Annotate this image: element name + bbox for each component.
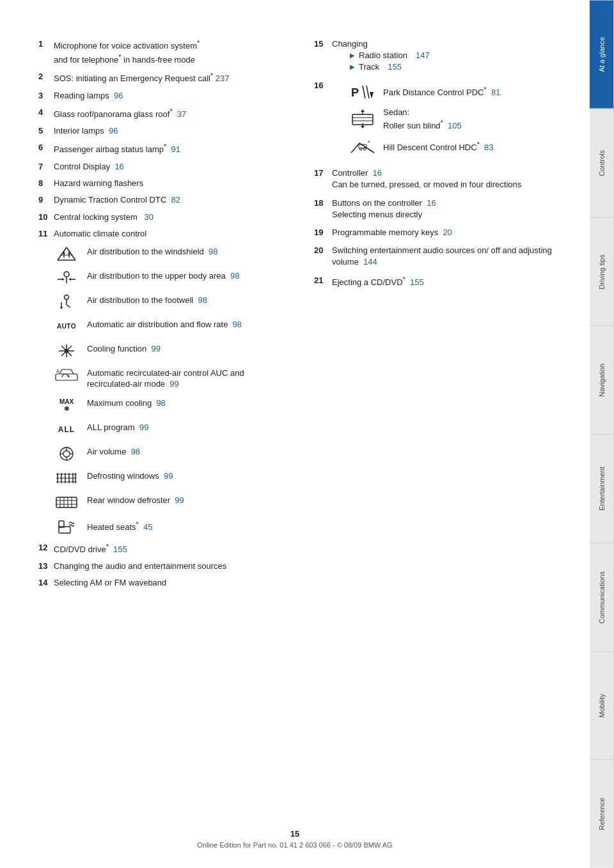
svg-line-52 [363,86,365,98]
svg-marker-18 [60,307,63,309]
hdc-text: Hill Descent Control HDC* 83 [383,140,494,154]
page-ref[interactable]: 98 [209,247,217,256]
list-item: 1 Microphone for voice activation system… [38,38,288,66]
item-text: Interior lamps 96 [54,125,288,137]
sidebar: At a glance Controls Driving tips Naviga… [590,0,614,868]
page-ref[interactable]: 99 [169,379,178,389]
item-text: Reading lamps 96 [54,90,288,102]
svg-marker-61 [361,109,365,112]
defrost-text: Defrosting windows 99 [87,469,173,482]
svg-marker-13 [68,278,71,281]
page-ref[interactable]: 96 [109,126,118,136]
page-ref[interactable]: 20 [443,228,452,237]
icon-row: Sedan:Roller sun blind* 105 [350,107,564,132]
page-ref[interactable]: 83 [484,143,493,152]
item-number: 7 [38,161,54,173]
page-ref[interactable]: 144 [363,257,377,267]
sidebar-tab-entertainment[interactable]: Entertainment [590,434,614,543]
indent-text: ▶ Radio station 147 [350,50,564,61]
sidebar-tab-mobility[interactable]: Mobility [590,651,614,760]
svg-point-28 [63,451,70,457]
page-ref[interactable]: 96 [114,91,123,100]
climate-row: MAX❄ Maximum cooling 98 [54,396,288,414]
svg-marker-59 [361,126,365,128]
item-text: Programmable memory keys 20 [332,227,564,238]
page-ref[interactable]: 98 [230,271,239,281]
item-number: 9 [38,194,54,206]
page-ref[interactable]: 98 [156,398,165,408]
right-item: 18 Buttons on the controller 16Selecting… [314,198,564,221]
page-ref[interactable]: 81 [491,88,500,97]
climate-row: Air distribution to the upper body area … [54,269,288,287]
roller-blind-icon [350,109,375,128]
page-ref[interactable]: 82 [171,195,180,205]
page-ref[interactable]: 99 [175,495,184,505]
page-ref[interactable]: 237 [216,74,230,83]
page-ref[interactable]: 98 [131,447,140,456]
item-number: 4 [38,107,54,121]
svg-marker-11 [62,278,65,281]
all-text: ALL program 99 [87,421,148,433]
svg-point-14 [65,295,69,299]
page-ref[interactable]: 91 [171,145,180,155]
item-text: Dynamic Traction Control DTC 82 [54,194,288,206]
page-ref[interactable]: 99 [151,344,160,353]
sidebar-tab-controls[interactable]: Controls [590,109,614,217]
climate-row: Air distribution to the windshield 98 [54,245,288,263]
sidebar-tab-reference[interactable]: Reference [590,759,614,868]
page-ref[interactable]: 16 [114,162,123,171]
page-ref[interactable]: 105 [448,121,462,130]
sidebar-tab-driving-tips[interactable]: Driving tips [590,217,614,326]
page-ref[interactable]: 99 [164,471,173,481]
item-number: 10 [38,212,54,223]
sidebar-tab-communications[interactable]: Communications [590,543,614,651]
sidebar-tab-at-a-glance[interactable]: At a glance [590,0,614,109]
list-item: 9 Dynamic Traction Control DTC 82 [38,194,288,206]
list-item: 14 Selecting AM or FM waveband [38,577,288,589]
climate-row: Rear window defroster 99 [54,493,288,511]
item-number: 6 [38,142,54,156]
list-item: 5 Interior lamps 96 [38,125,288,137]
climate-row: Air volume 98 [54,445,288,463]
page-ref[interactable]: 37 [177,109,186,119]
climate-row: A Automatic recirculated-air control AUC… [54,366,288,390]
item-text: Ejecting a CD/DVD* 155 [332,275,564,289]
sidebar-tab-navigation[interactable]: Navigation [590,325,614,434]
right-item: 15 Changing ▶ Radio station 147 ▶ Track … [314,38,564,74]
right-column: 15 Changing ▶ Radio station 147 ▶ Track … [314,38,564,594]
item-text: P Park Distance Control PDC* 81 [332,80,564,162]
auto-text: Automatic air distribution and flow rate… [87,318,242,330]
item-number: 12 [38,542,54,556]
page-ref[interactable]: 99 [139,422,148,432]
page-ref[interactable]: 98 [198,295,207,305]
page-ref[interactable]: 147 [416,50,430,61]
item-text: Microphone for voice activation system*a… [54,38,288,66]
svg-rect-24 [56,374,77,380]
page-ref[interactable]: 98 [233,320,242,329]
item-text: Glass roof/panorama glass roof* 37 [54,107,288,121]
page-ref[interactable]: 45 [143,522,152,532]
svg-rect-42 [56,497,77,508]
pdc-icon: P [350,82,375,102]
svg-line-16 [67,305,70,307]
sub-items: ▶ Radio station 147 ▶ Track 155 [342,50,564,73]
climate-row: Defrosting windows 99 [54,469,288,487]
page-ref[interactable]: 30 [145,212,154,222]
hdc-icon: * [350,137,375,156]
page-ref[interactable]: 155 [113,545,127,554]
page-ref[interactable]: 155 [410,277,424,287]
list-item: 7 Control Display 16 [38,161,288,173]
icon-group: P Park Distance Control PDC* 81 [350,82,564,157]
footwell-text: Air distribution to the footwell 98 [87,293,207,306]
item-text: Buttons on the controller 16Selecting me… [332,198,564,221]
page-ref[interactable]: 16 [373,168,382,178]
air-volume-icon [54,445,79,463]
list-item: 8 Hazard warning flashers [38,178,288,189]
item-text: CD/DVD drive* 155 [54,542,288,556]
roller-blind-text: Sedan:Roller sun blind* 105 [383,107,462,132]
svg-text:A: A [56,369,59,373]
page-ref[interactable]: 16 [427,198,436,208]
air-volume-text: Air volume 98 [87,445,140,458]
page-ref[interactable]: 155 [388,61,402,73]
list-item: 12 CD/DVD drive* 155 [38,542,288,556]
